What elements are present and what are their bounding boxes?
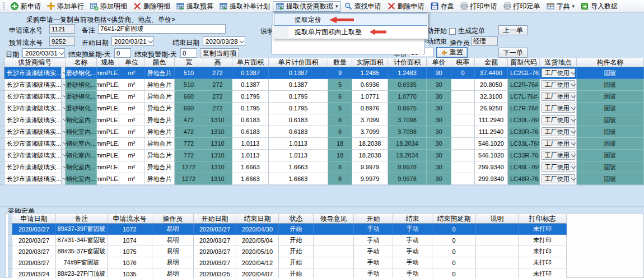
start-date-select[interactable]: 2020/03/21 [111,36,154,46]
warn-input[interactable] [180,48,197,58]
operator-input[interactable] [471,36,498,46]
column-header: 申请流水号 [108,214,152,224]
table-row[interactable]: 长沙市潇湘玻璃实...钢化室内...6mmPLE...m²异地合片1272131… [0,161,644,173]
toolbar-button[interactable]: 删除明细 [130,1,173,12]
delivery-location-select[interactable]: 工厂使用 [542,139,575,148]
table-row[interactable]: 2020/03/2488#23-27F门顶玻1035易明2020/03/2520… [8,268,567,278]
column-header: 数量 [328,58,352,67]
supplier-dropdown[interactable] [61,114,66,126]
row-gutter [0,173,4,185]
supplier-name: 长沙市潇湘玻璃实... [7,69,61,77]
table-row[interactable]: 长沙市潇湘玻璃实...磨砂钢化...6mmPLE...m²异地合片5102720… [0,79,644,91]
delivery-location-select[interactable]: 工厂使用 [542,127,575,136]
reset-button[interactable]: 重置 [436,47,468,58]
supplier-dropdown[interactable] [61,126,66,137]
delivery-location-select[interactable]: 工厂使用 [542,92,575,101]
table-row[interactable]: 长沙市潇湘玻璃实...钢化室内...6mmPLE...m²异地合片7721310… [0,150,644,161]
delay-input[interactable] [114,48,131,58]
delivery-location-select[interactable]: 工厂使用 [542,174,575,183]
delivery-location-select[interactable]: 工厂使用 [542,104,575,113]
row-gutter [0,114,4,126]
toolbar-button[interactable]: 删除申请 [384,1,427,12]
delivery-location-select[interactable]: 工厂使用 [542,68,575,77]
table-cell: m² [119,67,144,79]
table-cell: 2020/05/10 [236,246,279,257]
delivery-location-select[interactable]: 工厂使用 [542,80,575,89]
supplier-dropdown[interactable] [61,150,66,161]
supplier-dropdown[interactable] [61,79,66,90]
date-select[interactable]: 2020/03/31 [22,48,65,58]
copy-current-button[interactable]: 复制当前项 [200,48,239,58]
toolbar-button[interactable]: 存盘 [427,1,457,12]
table-cell: 6mmPLE... [97,138,119,150]
serial-input[interactable] [49,24,75,34]
toolbar-button[interactable]: 新申请 [7,1,44,12]
delivery-location-select[interactable]: 工厂使用 [542,151,575,160]
delete-x-icon [133,2,142,11]
end-date-select[interactable]: 2020/03/28 [203,36,245,46]
toolbar-button[interactable]: 提取预算 [173,1,216,12]
row-gutter [0,67,4,79]
supplier-dropdown[interactable] [61,161,66,173]
add-detail-icon [90,2,99,11]
menu-item[interactable]: 提取单片面积向上取整 [274,26,427,38]
row-gutter [8,235,12,246]
table-cell [314,268,354,278]
supplier-dropdown[interactable] [61,138,66,149]
toolbar-button[interactable]: 添加单行 [44,1,87,12]
table-row[interactable]: 长沙市潇湘玻璃实...钢化室内...6mmPLE...m²异地合片4721310… [0,126,644,138]
supplier-name: 长沙市潇湘玻璃实... [7,116,61,124]
remark-input[interactable] [98,24,226,34]
supplier-dropdown[interactable] [61,173,66,184]
table-cell: 易明 [152,246,194,257]
toolbar-button[interactable]: 提取供货商数据▾ [273,1,341,12]
table-row[interactable]: 2020/03/2787#31-34F窗固玻1074易明2020/03/2720… [8,235,567,246]
toolbar-button[interactable]: 打印定单 [500,1,543,12]
prev-order-button[interactable]: 上一单 [498,25,528,35]
table-row[interactable]: 2020/03/2789#37-39F窗固玻1072易明2020/03/2720… [8,224,567,235]
supplier-dropdown[interactable] [61,67,66,78]
table-cell: 1.6663 [232,173,269,185]
table-row[interactable]: 2020/03/2774#9F窗固玻1076易明2020/03/272020/0… [8,257,567,268]
table-cell: 0.1795 [269,103,328,114]
table-row[interactable]: 长沙市潇湘玻璃实...磨砂钢化...6mmPLE...m²异地合片6602720… [0,91,644,103]
table-row[interactable]: 长沙市潇湘玻璃实...钢化室内...6mmPLE...m²异地合片4721310… [0,114,644,126]
supplier-dropdown[interactable] [61,91,66,102]
table-cell: m² [119,138,144,150]
column-header: 备注 [56,214,108,224]
table-cell: 299.9340 [475,161,508,173]
toolbar-button[interactable]: 查找申请 [341,1,384,12]
supplier-name: 长沙市潇湘玻璃实... [7,81,61,89]
delivery-location-value: 工厂使用 [545,128,570,136]
budget-input[interactable] [49,36,75,46]
toolbar: 新申请添加单行添加明细删除明细提取预算提取补单计划提取供货商数据▾查找申请删除申… [0,0,644,13]
table-row[interactable]: 2020/03/2788#35-37F窗固玻1075易明2020/03/2720… [8,246,567,257]
supplier-dropdown[interactable] [61,103,66,114]
table-cell: 546.1020 [475,138,508,150]
toolbar-button[interactable]: 添加明细 [87,1,130,12]
table-row[interactable]: 长沙市潇湘玻璃实...钢化室内...6mmPLE...m²异地合片7721310… [0,138,644,150]
menu-item-label: 提取定价 [295,15,321,25]
checkbox-box[interactable] [449,28,456,35]
chevron-down-icon [571,105,575,110]
toolbar-button[interactable]: 导入数据 [577,1,620,12]
table-cell: 0.6935 [388,79,427,91]
delivery-location-select[interactable]: 工厂使用 [542,163,575,172]
column-header: 送货地点 [540,58,577,67]
next-order-button[interactable]: 下一单 [498,48,528,58]
generate-order-checkbox[interactable]: 生成定单 [449,26,485,36]
table-row[interactable]: 长沙市潇湘玻璃实...磨砂钢化...6mmPLE...m²异地合片6602720… [0,103,644,114]
table-cell: 开始 [279,246,314,257]
table-cell: 772 [175,138,203,150]
column-header: 单位 [119,58,144,67]
table-row[interactable]: 长沙市潇湘玻璃实...磨砂钢化...6mmPLE...m²异地合片5102720… [0,67,644,79]
menu-item[interactable]: 提取定价 [274,13,427,26]
toolbar-button[interactable]: 字典▾ [543,1,578,12]
toolbar-button[interactable]: 提取补单计划 [216,1,273,12]
table-row[interactable]: 长沙市潇湘玻璃实...钢化室内...6mmPLE...m²异地合片1272131… [0,173,644,185]
toolbar-button[interactable]: 打印申请 [457,1,500,12]
toolbar-button-label: 打印申请 [470,2,497,11]
table-cell: 易明 [152,257,194,268]
delivery-location-select[interactable]: 工厂使用 [542,115,575,124]
end-date-label: 结束日期 [172,38,199,48]
